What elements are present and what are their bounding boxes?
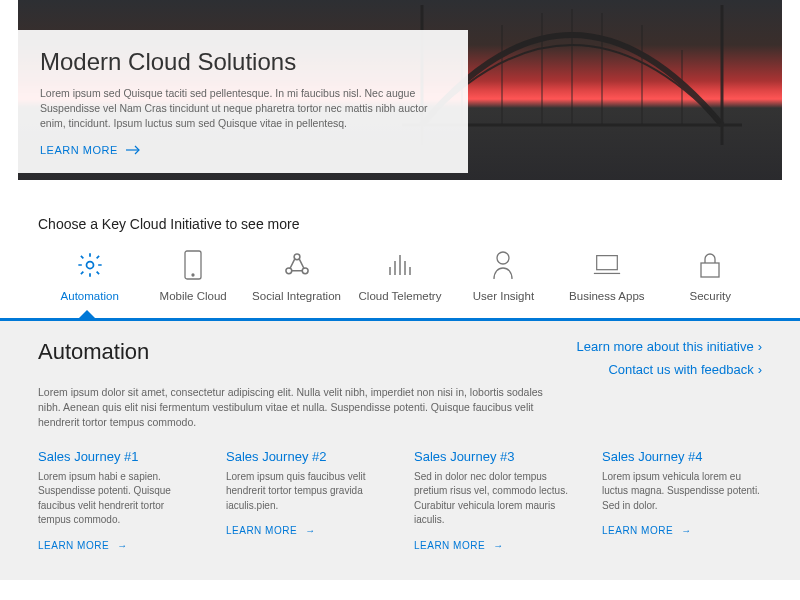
journey-card: Sales Journey #1 Lorem ipsum habi e sapi… xyxy=(38,449,198,552)
svg-point-13 xyxy=(192,274,194,276)
tab-label: User Insight xyxy=(473,290,534,302)
learn-more-label: LEARN MORE xyxy=(40,144,118,156)
journey-body: Sed in dolor nec dolor tempus pretium ri… xyxy=(414,470,574,528)
tab-automation[interactable]: Automation xyxy=(38,246,141,318)
initiative-detail-panel: Automation Learn more about this initiat… xyxy=(0,321,800,580)
arrow-right-icon: → xyxy=(493,540,504,551)
arrow-right-icon: → xyxy=(117,540,128,551)
journey-title: Sales Journey #4 xyxy=(602,449,762,464)
arrow-right-icon xyxy=(126,145,142,155)
journey-body: Lorem ipsum habi e sapien. Suspendisse p… xyxy=(38,470,198,528)
svg-point-15 xyxy=(285,268,291,274)
learn-initiative-link[interactable]: Learn more about this initiative› xyxy=(577,339,762,354)
gear-icon xyxy=(75,250,105,280)
detail-side-links: Learn more about this initiative› Contac… xyxy=(577,339,762,385)
tab-business-apps[interactable]: Business Apps xyxy=(555,246,658,318)
arrow-right-icon: → xyxy=(681,525,692,536)
chevron-right-icon: › xyxy=(758,362,762,377)
journey-card: Sales Journey #2 Lorem ipsum quis faucib… xyxy=(226,449,386,552)
detail-title: Automation xyxy=(38,339,149,365)
tab-label: Security xyxy=(689,290,731,302)
hero-card: Modern Cloud Solutions Lorem ipsum sed Q… xyxy=(18,30,468,173)
journey-card: Sales Journey #4 Lorem ipsum vehicula lo… xyxy=(602,449,762,552)
mobile-icon xyxy=(178,250,208,280)
svg-rect-24 xyxy=(701,263,719,277)
journey-title: Sales Journey #1 xyxy=(38,449,198,464)
detail-body: Lorem ipsum dolor sit amet, consectetur … xyxy=(38,385,558,431)
tab-label: Business Apps xyxy=(569,290,644,302)
tab-user-insight[interactable]: User Insight xyxy=(452,246,555,318)
hero-body: Lorem ipsum sed Quisque taciti sed pelle… xyxy=(40,86,446,132)
tab-security[interactable]: Security xyxy=(659,246,762,318)
tab-label: Social Integration xyxy=(252,290,341,302)
tab-label: Cloud Telemetry xyxy=(359,290,442,302)
journey-learn-more-link[interactable]: LEARN MORE→ xyxy=(602,525,692,536)
journeys-row: Sales Journey #1 Lorem ipsum habi e sapi… xyxy=(38,449,762,552)
chevron-right-icon: › xyxy=(758,339,762,354)
tab-cloud-telemetry[interactable]: Cloud Telemetry xyxy=(348,246,451,318)
svg-point-16 xyxy=(302,268,308,274)
journey-body: Lorem ipsum vehicula lorem eu luctus mag… xyxy=(602,470,762,514)
journey-card: Sales Journey #3 Sed in dolor nec dolor … xyxy=(414,449,574,552)
svg-point-11 xyxy=(86,262,93,269)
arrow-right-icon: → xyxy=(305,525,316,536)
svg-rect-23 xyxy=(597,256,618,270)
contact-feedback-link[interactable]: Contact us with feedback› xyxy=(577,362,762,377)
tab-mobile-cloud[interactable]: Mobile Cloud xyxy=(141,246,244,318)
hero-title: Modern Cloud Solutions xyxy=(40,48,446,76)
tab-label: Automation xyxy=(61,290,119,302)
laptop-icon xyxy=(592,250,622,280)
journey-learn-more-link[interactable]: LEARN MORE→ xyxy=(38,540,128,551)
svg-point-22 xyxy=(497,252,509,264)
section-label: Choose a Key Cloud Initiative to see mor… xyxy=(38,216,800,232)
journey-title: Sales Journey #2 xyxy=(226,449,386,464)
user-icon xyxy=(488,250,518,280)
bars-icon xyxy=(385,250,415,280)
initiative-tabs: Automation Mobile Cloud Social Integrati… xyxy=(0,246,800,318)
tab-social-integration[interactable]: Social Integration xyxy=(245,246,348,318)
journey-body: Lorem ipsum quis faucibus velit hendreri… xyxy=(226,470,386,514)
journey-learn-more-link[interactable]: LEARN MORE→ xyxy=(226,525,316,536)
journey-learn-more-link[interactable]: LEARN MORE→ xyxy=(414,540,504,551)
lock-icon xyxy=(695,250,725,280)
tab-label: Mobile Cloud xyxy=(160,290,227,302)
share-icon xyxy=(282,250,312,280)
svg-point-14 xyxy=(294,254,300,260)
hero-banner: Modern Cloud Solutions Lorem ipsum sed Q… xyxy=(18,0,782,180)
active-tab-caret-icon xyxy=(78,310,96,319)
hero-learn-more-link[interactable]: LEARN MORE xyxy=(40,144,142,156)
journey-title: Sales Journey #3 xyxy=(414,449,574,464)
